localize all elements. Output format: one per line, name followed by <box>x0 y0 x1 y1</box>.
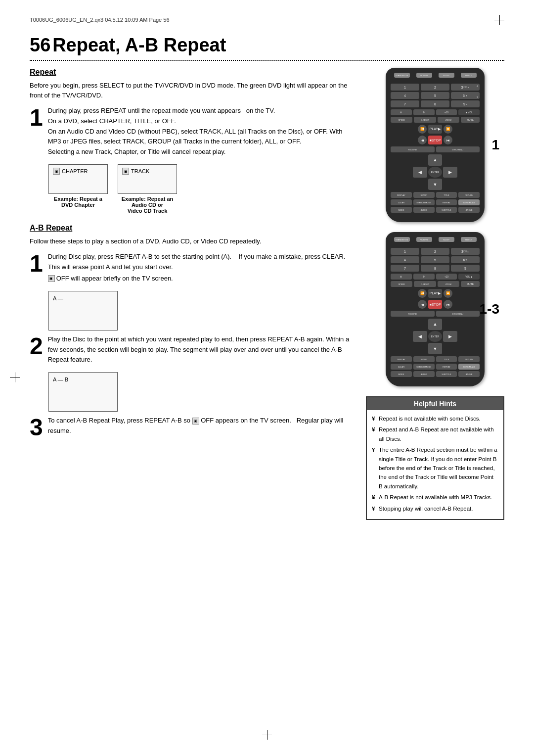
btn-7[interactable]: 7 <box>391 100 419 107</box>
btn-2[interactable]: 2 <box>421 84 449 91</box>
btn-return[interactable]: RETURN <box>458 192 480 198</box>
r2-btn-next[interactable]: ⏭ <box>444 300 452 309</box>
step1-content: During play, press REPEAT until the repe… <box>48 106 351 157</box>
r2-btn-7[interactable]: 7 <box>391 265 419 272</box>
r2-btn-disc-menu[interactable]: DISC MENU <box>436 311 480 317</box>
btn-stop[interactable]: ■STOP <box>428 136 442 144</box>
r2-btn-vol[interactable]: VOL▲ <box>458 274 480 280</box>
r2-btn-subtitle[interactable]: SUBTITLE <box>436 371 457 377</box>
r2-btn-mode[interactable]: MODE <box>391 371 412 377</box>
remote1-transport2: ⏮ ■STOP ⏭ <box>391 136 480 144</box>
r2-btn-2[interactable]: 2 <box>421 248 449 255</box>
r2-standby-btn[interactable]: STANDBY/ON <box>394 237 410 242</box>
btn-1[interactable]: 1 <box>391 84 419 91</box>
btn-rew[interactable]: ⏪ <box>418 125 427 134</box>
r2-btn-4[interactable]: 4 <box>391 256 419 263</box>
btn-angle[interactable]: ANGLE <box>458 207 480 213</box>
btn-speed[interactable]: SPEED <box>391 117 412 123</box>
r2-sleep-btn[interactable]: SLEEP <box>439 237 454 242</box>
btn-next[interactable]: ⏭ <box>444 136 452 144</box>
r2-btn-prev[interactable]: ⏮ <box>418 300 427 309</box>
standby-btn[interactable]: STANDBY/ON <box>394 73 410 78</box>
btn-mute[interactable]: MUTE <box>461 117 480 123</box>
r2-btn-play[interactable]: PLAY▶ <box>428 289 442 298</box>
btn-zoom[interactable]: ZOOM <box>438 117 459 123</box>
remote1-row-display: DISPLAY SETUP TITLE RETURN <box>391 192 480 198</box>
r2-btn-clear[interactable]: CLEAR <box>391 364 412 370</box>
dpad-up[interactable]: ▲ <box>428 154 443 166</box>
btn-repeat[interactable]: REPEAT <box>436 199 457 205</box>
btn-audio[interactable]: AUDIO <box>413 207 435 213</box>
btn-record[interactable]: RECORD <box>391 146 435 152</box>
r2-btn-creset[interactable]: C.RESET <box>414 281 436 287</box>
r2-btn-6[interactable]: 6 ▼ <box>451 256 480 263</box>
btn-5[interactable]: 5 <box>421 92 449 99</box>
r2-dpad-right[interactable]: ▶ <box>443 331 457 342</box>
btn-8[interactable]: 8 <box>421 100 449 107</box>
r2-btn-record[interactable]: RECORD <box>391 311 435 317</box>
r2-btn-1[interactable]: 1 <box>391 248 419 255</box>
r2-btn-stop[interactable]: ■STOP <box>428 300 442 309</box>
example-chapter-screen: ▣ CHAPTER <box>48 164 108 194</box>
r2-btn-rew[interactable]: ⏪ <box>418 289 427 298</box>
btn-3-ch-up[interactable]: 3 CH▲ <box>451 84 480 91</box>
dpad-enter[interactable]: ENTER <box>428 167 443 178</box>
btn-fwd[interactable]: ⏩ <box>444 125 452 134</box>
remote1-wrap: STANDBY/ON PICTURE SLEEP SELECT 1 2 3 CH… <box>366 68 504 222</box>
dpad-right[interactable]: ▶ <box>443 167 457 178</box>
btn-repeat-ab[interactable]: REPEAT A-B <box>458 199 480 205</box>
btn-6-ch-dn[interactable]: 6 ▼ <box>451 92 480 99</box>
r2-btn-title[interactable]: TITLE <box>436 356 457 362</box>
r2-btn-display[interactable]: DISPLAY <box>391 356 412 362</box>
picture-btn[interactable]: PICTURE <box>416 73 432 78</box>
btn-play[interactable]: PLAY▶ <box>428 125 442 134</box>
r2-btn-repeat[interactable]: REPEAT <box>436 364 457 370</box>
btn-4[interactable]: 4 <box>391 92 419 99</box>
btn-0[interactable]: 0 <box>413 109 435 115</box>
btn-disc-menu[interactable]: DISC MENU <box>436 146 480 152</box>
r2-dpad-down[interactable]: ▼ <box>428 343 443 354</box>
r2-btn-fwd[interactable]: ⏩ <box>444 289 452 298</box>
btn-display[interactable]: DISPLAY <box>391 192 412 198</box>
btn-setup[interactable]: SETUP <box>413 192 435 198</box>
dpad-left[interactable]: ◀ <box>413 167 427 178</box>
r2-btn-search[interactable]: SEARCH/MODE <box>413 364 435 370</box>
r2-btn-3[interactable]: 3 CH▲ <box>451 248 480 255</box>
btn-subtitle[interactable]: SUBTITLE <box>436 207 457 213</box>
r2-btn-5[interactable]: 5 <box>421 256 449 263</box>
btn-search[interactable]: SEARCH/MODE <box>413 199 435 205</box>
btn-pause[interactable]: ⏸ <box>391 109 412 115</box>
r2-btn-8[interactable]: 8 <box>421 265 449 272</box>
btn-prev[interactable]: ⏮ <box>418 136 427 144</box>
r2-btn-speed[interactable]: SPEED <box>391 281 412 287</box>
r2-btn-0[interactable]: 0 <box>413 274 435 280</box>
remote2-wrap: STANDBY/ON PICTURE SLEEP SELECT 1 2 3 CH… <box>366 232 504 386</box>
bottom-crosshair-icon <box>262 730 272 740</box>
r2-btn-angle[interactable]: ANGLE <box>458 371 480 377</box>
r2-dpad-enter[interactable]: ENTER <box>428 331 443 342</box>
btn-9[interactable]: 9 ▲ <box>451 100 480 107</box>
select-btn[interactable]: SELECT <box>461 73 477 78</box>
btn-mode[interactable]: MODE <box>391 207 412 213</box>
r2-btn-9[interactable]: 9 <box>451 265 480 272</box>
btn-vol-up[interactable]: ▲VOL <box>458 109 480 115</box>
r2-btn-mute[interactable]: MUTE <box>461 281 480 287</box>
dpad-down[interactable]: ▼ <box>428 179 443 190</box>
r2-btn-audio[interactable]: AUDIO <box>413 371 435 377</box>
r2-btn-setup[interactable]: SETUP <box>413 356 435 362</box>
r2-btn-repeat-ab[interactable]: REPEAT A-B <box>458 364 480 370</box>
btn-title[interactable]: TITLE <box>436 192 457 198</box>
btn-clear[interactable]: CLEAR <box>391 199 412 205</box>
r2-picture-btn[interactable]: PICTURE <box>416 237 432 242</box>
r2-btn-plus10[interactable]: +10 <box>436 274 457 280</box>
r2-btn-pause[interactable]: ⏸ <box>391 274 412 280</box>
r2-btn-zoom[interactable]: ZOOM <box>438 281 459 287</box>
btn-plus10[interactable]: +10 <box>436 109 457 115</box>
r2-dpad-up[interactable]: ▲ <box>428 319 443 330</box>
btn-creset[interactable]: C.RESET <box>414 117 436 123</box>
r2-select-btn[interactable]: SELECT <box>461 237 477 242</box>
example-chapter-wrap: ▣ CHAPTER Example: Repeat a DVD Chapter <box>48 164 108 214</box>
sleep-btn[interactable]: SLEEP <box>439 73 454 78</box>
r2-btn-return[interactable]: RETURN <box>458 356 480 362</box>
r2-dpad-left[interactable]: ◀ <box>413 331 427 342</box>
